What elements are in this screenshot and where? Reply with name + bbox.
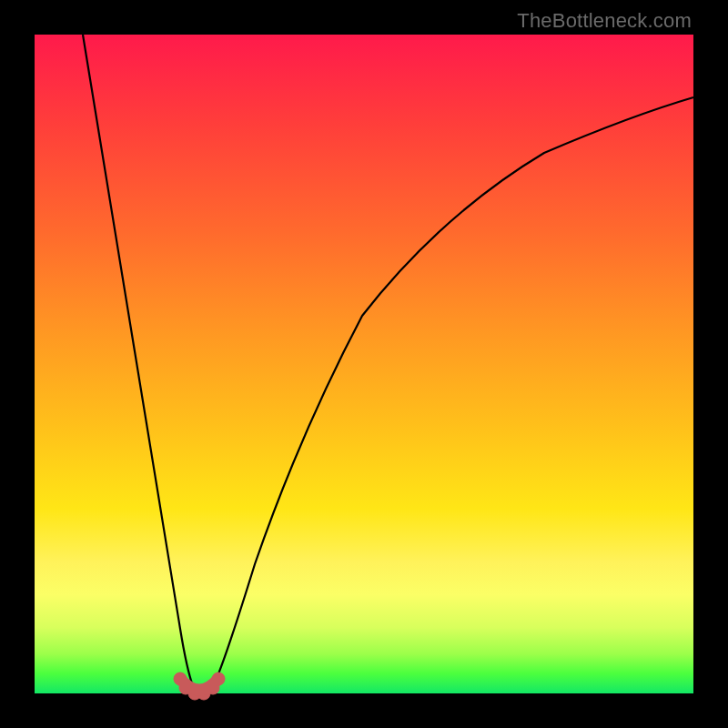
- plot-area: [35, 35, 693, 693]
- chart-frame: TheBottleneck.com: [0, 0, 728, 728]
- curve-layer: [35, 35, 693, 693]
- curve-right-branch: [213, 97, 693, 686]
- curve-left-branch: [83, 35, 193, 686]
- trough-markers: [174, 672, 225, 700]
- watermark-text: TheBottleneck.com: [517, 9, 692, 33]
